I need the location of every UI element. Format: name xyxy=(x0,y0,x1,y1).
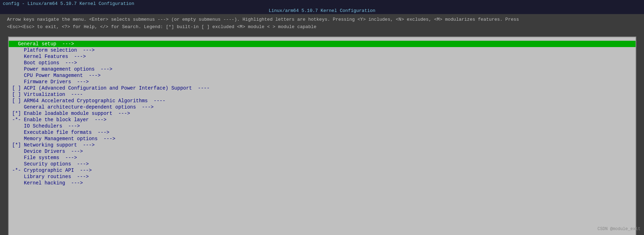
menu-item-executable-formats[interactable]: Executable file formats ---> xyxy=(9,129,636,136)
watermark: CSDN @module_exit xyxy=(598,227,640,231)
info-line2: <Esc><Esc> to exit, <?> for Help, </> fo… xyxy=(7,24,637,31)
header-bar: Linux/arm64 5.10.7 Kernel Configuration xyxy=(0,7,644,14)
menu-item-kernel-hacking[interactable]: Kernel hacking ---> xyxy=(9,180,636,186)
menu-item-library-routines[interactable]: Library routines ---> xyxy=(9,174,636,180)
menu-item-arch-dependent[interactable]: General architecture-dependent options -… xyxy=(9,104,636,110)
menu-item-loadable-module[interactable]: [*] Enable loadable module support ---> xyxy=(9,110,636,117)
menu-item-cpu-power[interactable]: CPU Power Management ---> xyxy=(9,72,636,79)
menu-item-power-management[interactable]: Power management options ---> xyxy=(9,66,636,72)
menu-item-platform-selection[interactable]: Platform selection ---> xyxy=(9,47,636,53)
menu-item-kernel-features[interactable]: Kernel Features ---> xyxy=(9,53,636,60)
title-bar: config - Linux/arm64 5.10.7 Kernel Confi… xyxy=(0,0,644,7)
menu-item-acpi[interactable]: [ ] ACPI (Advanced Configuration and Pow… xyxy=(9,85,636,91)
menu-box: General setup ---> Platform selection --… xyxy=(8,37,636,235)
menu-item-file-systems[interactable]: File systems ---> xyxy=(9,155,636,161)
menu-item-memory-management[interactable]: Memory Management options ---> xyxy=(9,136,636,142)
menu-item-device-drivers[interactable]: Device Drivers ---> xyxy=(9,148,636,155)
info-line1: Arrow keys navigate the menu. <Enter> se… xyxy=(7,16,637,24)
header-text: Linux/arm64 5.10.7 Kernel Configuration xyxy=(268,8,375,13)
menu-item-virtualization[interactable]: [ ] Virtualization ---- xyxy=(9,91,636,98)
info-text: Arrow keys navigate the menu. <Enter> se… xyxy=(0,14,644,33)
menu-item-arm64-crypto[interactable]: [ ] ARM64 Accelerated Cryptographic Algo… xyxy=(9,98,636,104)
title-text: config - Linux/arm64 5.10.7 Kernel Confi… xyxy=(3,1,134,6)
menu-item-boot-options[interactable]: Boot options ---> xyxy=(9,60,636,66)
menu-item-block-layer[interactable]: -*- Enable the block layer ---> xyxy=(9,117,636,123)
main-area: General setup ---> Platform selection --… xyxy=(0,33,644,235)
menu-item-io-schedulers[interactable]: IO Schedulers ---> xyxy=(9,123,636,129)
menu-item-crypto-api[interactable]: -*- Cryptographic API ---> xyxy=(9,167,636,174)
menu-item-networking[interactable]: [*] Networking support ---> xyxy=(9,142,636,148)
menu-list: General setup ---> Platform selection --… xyxy=(9,41,636,186)
menu-item-security-options[interactable]: Security options ---> xyxy=(9,161,636,167)
menu-item-general-setup[interactable]: General setup ---> xyxy=(9,41,636,47)
menu-item-firmware-drivers[interactable]: Firmware Drivers ---> xyxy=(9,79,636,85)
